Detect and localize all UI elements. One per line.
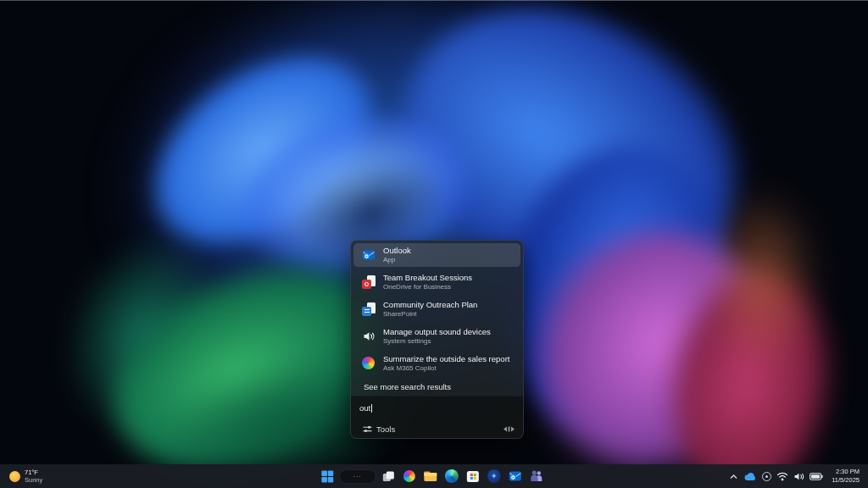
copilot-button[interactable] <box>400 466 419 486</box>
teams-people-icon <box>530 470 543 482</box>
weather-condition: Sunny <box>25 476 42 484</box>
result-title: Manage output sound devices <box>383 328 491 337</box>
start-button[interactable] <box>318 466 337 486</box>
result-subtitle: System settings <box>383 337 491 345</box>
weather-texts: 71°F Sunny <box>25 469 42 485</box>
result-texts: Team Breakout Sessions OneDrive for Busi… <box>383 274 472 291</box>
result-texts: Summarize the outside sales report Ask M… <box>383 355 509 372</box>
onedrive-icon[interactable] <box>743 472 757 481</box>
clock-time: 2:30 PM <box>836 468 860 476</box>
weather-widget-button[interactable]: 71°F Sunny <box>5 464 47 488</box>
search-input[interactable]: out <box>359 403 515 413</box>
taskbar-center-icons: ··· ✦ <box>318 464 546 488</box>
task-view-icon <box>381 470 394 483</box>
sun-icon <box>9 471 20 482</box>
edge-button[interactable] <box>442 466 461 486</box>
result-subtitle: Ask M365 Copilot <box>383 364 509 372</box>
powerpoint-file-icon <box>362 275 376 289</box>
move-horizontal-icon[interactable] <box>504 424 515 434</box>
copilot-icon <box>403 470 415 482</box>
microsoft-store-icon <box>467 471 479 482</box>
result-subtitle: SharePoint <box>383 310 477 318</box>
result-texts: Manage output sound devices System setti… <box>383 328 491 345</box>
store-button[interactable] <box>464 466 482 486</box>
tray-clock-button[interactable]: 2:30 PM 11/5/2025 <box>828 468 863 485</box>
search-result-copilot-summarize[interactable]: Summarize the outside sales report Ask M… <box>353 352 520 375</box>
search-tools-bar: Tools <box>359 423 515 435</box>
file-explorer-button[interactable] <box>421 466 440 486</box>
compass-star-icon: ✦ <box>487 469 501 483</box>
volume-icon[interactable] <box>793 472 804 481</box>
speaker-icon <box>362 330 376 343</box>
taskbar-search-box[interactable]: ··· <box>339 469 376 484</box>
taskbar-system-tray: 2:30 PM 11/5/2025 <box>729 464 865 488</box>
screen-top-border <box>0 0 868 1</box>
outlook-icon <box>362 248 376 262</box>
search-input-value: out <box>359 403 370 413</box>
task-view-button[interactable] <box>379 466 398 486</box>
search-results-list: Outlook App Team Breakout Sessions OneDr… <box>351 241 523 396</box>
battery-icon[interactable] <box>810 473 823 480</box>
text-caret <box>371 404 372 413</box>
result-title: Summarize the outside sales report <box>383 355 509 364</box>
result-subtitle: App <box>383 256 411 263</box>
tools-button[interactable]: Tools <box>359 423 398 435</box>
see-more-search-results-link[interactable]: See more search results <box>353 379 520 396</box>
wallpaper-petal <box>708 191 818 369</box>
tools-label: Tools <box>376 424 395 434</box>
tray-chevron-up-button[interactable] <box>729 473 738 480</box>
teams-button[interactable] <box>527 466 546 486</box>
file-explorer-icon <box>424 470 437 482</box>
outlook-button[interactable] <box>506 466 525 486</box>
star-glyph: ✦ <box>491 472 498 480</box>
desktop: Outlook App Team Breakout Sessions OneDr… <box>0 0 868 488</box>
search-result-team-breakout[interactable]: Team Breakout Sessions OneDrive for Busi… <box>353 270 520 294</box>
windows-logo-icon <box>320 470 333 483</box>
copilot-icon <box>362 357 376 370</box>
result-texts: Outlook App <box>383 247 411 263</box>
result-title: Team Breakout Sessions <box>383 274 472 283</box>
outlook-icon <box>509 469 522 483</box>
taskbar: 71°F Sunny ··· <box>0 464 868 488</box>
search-result-community-plan[interactable]: Community Outreach Plan SharePoint <box>353 297 520 321</box>
filter-sliders-icon <box>363 424 372 434</box>
result-title: Community Outreach Plan <box>383 301 477 310</box>
result-texts: Community Outreach Plan SharePoint <box>383 301 477 318</box>
search-flyout: Outlook App Team Breakout Sessions OneDr… <box>350 240 524 439</box>
clock-date: 11/5/2025 <box>832 476 860 485</box>
search-result-sound-devices[interactable]: Manage output sound devices System setti… <box>353 324 520 348</box>
tray-app-icon[interactable] <box>762 472 771 481</box>
search-result-outlook[interactable]: Outlook App <box>353 243 520 267</box>
search-flyout-footer: out Tools <box>351 396 523 439</box>
weather-temperature: 71°F <box>25 469 42 476</box>
edge-icon <box>445 469 459 483</box>
result-title: Outlook <box>383 247 411 256</box>
document-file-icon <box>362 302 376 316</box>
wifi-icon[interactable] <box>776 472 788 481</box>
pinned-app-button[interactable]: ✦ <box>485 466 504 486</box>
result-subtitle: OneDrive for Business <box>383 283 472 291</box>
search-box-dots: ··· <box>353 474 362 480</box>
